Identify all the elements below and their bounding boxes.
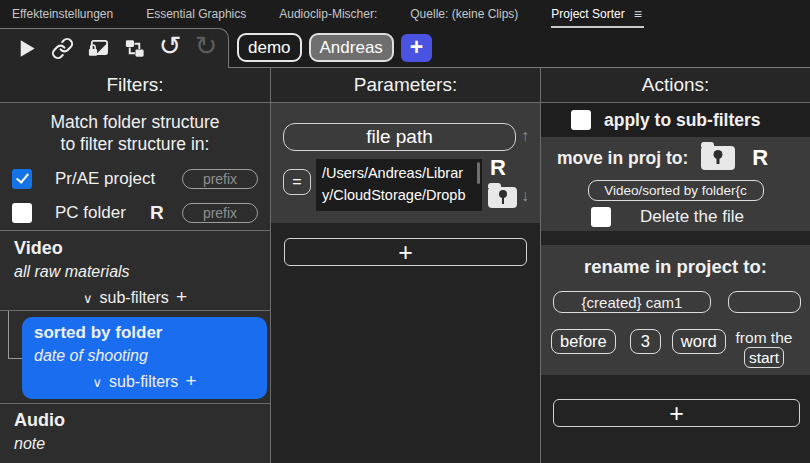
filters-column: Filters: Match folder structure to filte…	[0, 68, 270, 463]
add-action-button[interactable]: +	[553, 399, 800, 427]
add-preset-button[interactable]: +	[401, 34, 432, 62]
folder-structure-icon	[123, 37, 146, 60]
chevron-down-icon[interactable]: ∨	[93, 375, 103, 390]
parameter-value-line1: /Users/Andreas/Librar	[322, 162, 474, 184]
prae-prefix-input[interactable]	[182, 169, 258, 189]
position-button[interactable]: before	[551, 329, 616, 354]
locked-media-button[interactable]	[85, 36, 111, 62]
prae-project-label: Pr/AE project	[55, 169, 155, 189]
parameters-header: Parameters:	[271, 68, 540, 103]
play-icon	[15, 37, 38, 60]
match-heading: Match folder structure to filter structu…	[0, 111, 270, 156]
rename-pattern-input[interactable]: {created} cam1	[553, 291, 711, 313]
filter-item-video[interactable]: Video all raw materials ∨sub-filters+	[0, 231, 270, 310]
delete-file-checkbox[interactable]	[591, 207, 611, 227]
apply-to-subfilters-row: apply to sub-filters	[541, 103, 810, 137]
filter-name: Video	[14, 238, 256, 259]
delete-file-label: Delete the file	[640, 207, 744, 227]
subfilters-row: ∨sub-filters+	[34, 370, 255, 392]
tree-connector-vertical	[8, 311, 9, 358]
tab-project-sorter-label: Project Sorter	[551, 7, 624, 21]
pc-folder-recursive-toggle[interactable]: R	[150, 202, 164, 224]
undo-button[interactable]: ↺	[157, 36, 183, 62]
delete-file-row: Delete the file	[591, 207, 810, 227]
filter-name: Audio	[14, 410, 256, 431]
tab-essential-graphics[interactable]: Essential Graphics	[146, 7, 246, 21]
move-folder-picker-button[interactable]	[701, 146, 735, 170]
prae-project-checkbox[interactable]	[12, 169, 32, 189]
redo-button[interactable]: ↻	[193, 36, 219, 62]
move-target-input[interactable]: Video/sorted by folder{c	[588, 180, 764, 201]
tree-connector-horizontal	[8, 358, 22, 359]
match-structure-section: Match folder structure to filter structu…	[0, 103, 270, 230]
chevron-down-icon[interactable]: ∨	[83, 291, 93, 306]
subfilter-zone: sorted by folder date of shooting ∨sub-f…	[0, 311, 270, 403]
link-button[interactable]	[49, 36, 75, 62]
structure-button[interactable]	[121, 36, 147, 62]
redo-icon: ↻	[195, 33, 218, 60]
subfilters-row: ∨sub-filters+	[14, 286, 256, 308]
link-icon	[51, 37, 74, 60]
locked-media-icon	[87, 37, 110, 60]
move-parameter-up-icon[interactable]: ↑	[521, 127, 529, 145]
move-recursive-toggle[interactable]: R	[752, 145, 768, 171]
tab-effekteinstellungen[interactable]: Effekteinstellungen	[12, 7, 113, 21]
project-sorter-panel: Effekteinstellungen Essential Graphics A…	[0, 0, 810, 463]
move-parameter-down-icon[interactable]: ↓	[521, 187, 529, 205]
filter-name: sorted by folder	[34, 323, 255, 343]
preset-andreas-button[interactable]: Andreas	[309, 33, 394, 62]
tab-quelle[interactable]: Quelle: (keine Clips)	[410, 7, 518, 21]
run-button[interactable]	[13, 36, 39, 62]
apply-to-subfilters-checkbox[interactable]	[571, 110, 591, 130]
rename-action-card: rename in project to: {created} cam1 bef…	[541, 245, 810, 375]
from-label: from the	[736, 329, 793, 346]
pc-prefix-input[interactable]	[182, 203, 258, 223]
filter-item-sorted-by-folder[interactable]: sorted by folder date of shooting ∨sub-f…	[22, 317, 267, 399]
toolbar: ↺ ↻ demo Andreas +	[0, 28, 810, 68]
actions-column: Actions: apply to sub-filters move in pr…	[540, 68, 810, 463]
rename-secondary-input[interactable]	[728, 291, 801, 313]
add-subfilter-button[interactable]: +	[176, 286, 187, 307]
folder-pin-icon	[499, 190, 507, 198]
target-row-project: Pr/AE project	[0, 169, 270, 189]
folder-pin-icon	[714, 150, 723, 159]
filters-header: Filters:	[0, 68, 270, 103]
parameter-recursive-toggle[interactable]: R	[490, 155, 506, 181]
filter-item-audio[interactable]: Audio note	[0, 404, 270, 453]
folder-picker-button[interactable]	[488, 187, 517, 208]
main-content: Filters: Match folder structure to filte…	[0, 68, 810, 463]
match-heading-line2: to filter structure in:	[0, 133, 270, 155]
parameter-type-select[interactable]: file path	[283, 123, 516, 151]
tab-project-sorter[interactable]: Project Sorter ≡	[551, 6, 642, 22]
preset-demo-button[interactable]: demo	[237, 33, 302, 62]
operator-button[interactable]: =	[283, 169, 311, 195]
origin-button[interactable]: start	[744, 347, 784, 368]
toolbar-icon-group: ↺ ↻	[0, 28, 229, 68]
subfilters-label: sub-filters	[100, 289, 169, 306]
parameter-value-line2: y/CloudStorage/Dropb	[322, 184, 474, 206]
count-input[interactable]: 3	[630, 329, 661, 354]
move-title: move in proj to:	[557, 148, 688, 169]
unit-button[interactable]: word	[672, 329, 726, 354]
rename-inputs-row: {created} cam1	[541, 278, 810, 313]
rename-options-row: before 3 word from the start	[541, 313, 810, 368]
rename-title: rename in project to:	[541, 245, 810, 278]
pc-folder-label: PC folder	[55, 203, 126, 223]
move-row: move in proj to: R	[541, 137, 810, 171]
actions-header: Actions:	[541, 68, 810, 103]
undo-icon: ↺	[159, 33, 182, 60]
value-scrollbar[interactable]	[477, 162, 480, 184]
from-group: from the start	[736, 329, 793, 368]
target-row-folder: PC folder R	[0, 202, 270, 224]
match-heading-line1: Match folder structure	[0, 111, 270, 133]
add-parameter-button[interactable]: +	[284, 238, 527, 266]
parameters-column: Parameters: file path ↑ = /Users/Andreas…	[270, 68, 540, 463]
tab-audioclip-mischer[interactable]: Audioclip-Mischer:	[279, 7, 377, 21]
pc-folder-checkbox[interactable]	[12, 203, 32, 223]
spacer	[541, 375, 810, 387]
filter-description: date of shooting	[34, 347, 255, 365]
filter-description: all raw materials	[14, 263, 256, 281]
add-subfilter-button[interactable]: +	[185, 370, 196, 391]
parameter-value-input[interactable]: /Users/Andreas/Librar y/CloudStorage/Dro…	[316, 159, 482, 211]
panel-menu-icon[interactable]: ≡	[634, 6, 642, 22]
